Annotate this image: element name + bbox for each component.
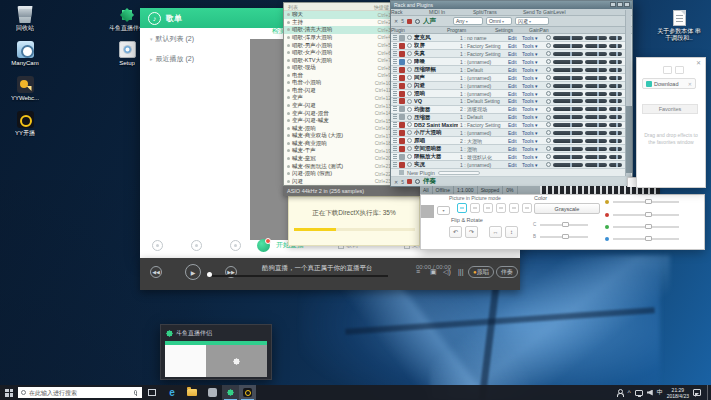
pan-slider[interactable] — [585, 107, 607, 111]
drag-handle[interactable] — [393, 43, 397, 49]
show-desktop-button[interactable] — [707, 385, 708, 400]
gain-slider[interactable] — [553, 68, 583, 72]
pan-slider[interactable] — [585, 131, 607, 135]
mic-tool-icon[interactable] — [191, 240, 202, 251]
plugin-program[interactable]: 1 : (unnamed) — [460, 130, 506, 136]
edit-button[interactable]: Edit — [508, 75, 520, 81]
input-language-indicator[interactable]: 中 — [657, 388, 663, 397]
layout-full-button[interactable] — [457, 203, 467, 213]
bypass-knob[interactable] — [546, 115, 551, 120]
slider-knob[interactable] — [645, 199, 652, 204]
drag-handle[interactable] — [393, 98, 397, 104]
yy-taskbar-button[interactable] — [239, 385, 256, 400]
microphone-icon[interactable] — [134, 390, 137, 395]
bypass-knob[interactable] — [546, 162, 551, 167]
drag-handle[interactable] — [393, 146, 397, 152]
plugin-row[interactable]: 空间混响器 1 : 混响 Edit Tools ▾ — [391, 145, 625, 153]
preset-row[interactable]: 喊麦-混响 Ctrl+16 — [284, 124, 394, 132]
preset-row[interactable]: 变声 Ctrl+12 — [284, 94, 394, 102]
rack-scrollbar[interactable] — [625, 10, 631, 176]
plugin-program[interactable]: 1 : Factory Setting — [460, 43, 506, 49]
preset-row[interactable]: 聊天 Ctrl+1 — [284, 11, 394, 19]
plugin-program[interactable]: 1 : 最强默认化 — [460, 154, 506, 160]
drag-handle[interactable] — [393, 83, 397, 89]
slider-knob[interactable] — [562, 234, 569, 239]
gear-icon[interactable] — [407, 130, 412, 135]
network-display-icon[interactable] — [635, 390, 643, 396]
level-slider[interactable] — [609, 115, 622, 119]
edit-button[interactable]: Edit — [508, 51, 520, 57]
record-icon[interactable] — [407, 19, 412, 24]
drag-handle[interactable] — [393, 51, 397, 57]
tools-button[interactable]: Tools ▾ — [522, 98, 544, 104]
gain-slider[interactable] — [553, 147, 583, 151]
taskbar-clock[interactable]: 21:29 2018/4/23 — [667, 387, 689, 399]
hue-slider[interactable] — [605, 200, 679, 204]
plugin-row[interactable]: 麦克风 1 : no name Edit Tools ▾ — [391, 34, 625, 42]
gear-icon[interactable] — [407, 154, 412, 159]
preset-row[interactable]: 喊麦-商业双场 (大混) Ctrl+17 — [284, 132, 394, 140]
gear-icon[interactable] — [407, 138, 412, 143]
layout-split-button[interactable] — [496, 203, 506, 213]
tab-close-icon[interactable]: ✕ — [688, 81, 692, 87]
plugin-row[interactable]: 均衡器 2 : 温暖现场 Edit Tools ▾ — [391, 106, 625, 114]
gain-slider[interactable] — [553, 52, 583, 56]
preset-row[interactable]: 唱歌-现场 Ctrl+8 — [284, 64, 394, 72]
red-slider[interactable] — [605, 213, 679, 217]
level-slider[interactable] — [609, 44, 622, 48]
pan-slider[interactable] — [585, 44, 607, 48]
gain-slider[interactable] — [553, 60, 583, 64]
gear-icon[interactable] — [407, 162, 412, 167]
explorer-taskbar-button[interactable] — [182, 385, 202, 400]
rotate-right-button[interactable]: ↷ — [465, 226, 478, 238]
plugin-row[interactable]: 失真 1 : Factory Setting Edit Tools ▾ — [391, 50, 625, 58]
mv-icon[interactable]: ▣ — [430, 268, 437, 275]
bypass-knob[interactable] — [546, 146, 551, 151]
plugin-program[interactable]: 1 : (unnamed) — [460, 75, 506, 81]
preset-row[interactable]: 变声-闪避-混音 Ctrl+14 — [284, 109, 394, 117]
gain-slider[interactable] — [553, 36, 583, 40]
edit-button[interactable]: Edit — [508, 114, 520, 120]
thumbnail-image[interactable] — [165, 341, 267, 377]
new-plugin-row[interactable]: New Plugin — [391, 169, 632, 177]
tools-button[interactable]: Tools ▾ — [522, 106, 544, 112]
gear-icon[interactable] — [407, 35, 412, 40]
rack-titlebar[interactable]: Rack and Plugins — [391, 1, 632, 9]
close-icon[interactable]: ✕ — [696, 59, 701, 66]
gain-slider[interactable] — [553, 123, 583, 127]
green-slider[interactable] — [605, 225, 679, 229]
midi-in-dropdown[interactable]: Any — [453, 17, 483, 25]
speaker-icon[interactable] — [647, 390, 653, 396]
playlist-icon[interactable]: ≡ — [416, 268, 420, 275]
drag-handle[interactable] — [393, 35, 397, 41]
level-slider[interactable] — [609, 147, 622, 151]
bypass-knob[interactable] — [546, 51, 551, 56]
plugin-row[interactable]: 闪避 1 : (unnamed) Edit Tools ▾ — [391, 82, 625, 90]
bypass-knob[interactable] — [546, 107, 551, 112]
plugin-program[interactable]: 1 : Default — [460, 67, 506, 73]
panel-button[interactable] — [663, 66, 672, 74]
close-button[interactable] — [624, 2, 630, 7]
bypass-knob[interactable] — [546, 59, 551, 64]
level-slider[interactable] — [609, 163, 622, 167]
flip-horizontal-button[interactable]: ↔ — [489, 226, 502, 238]
pan-slider[interactable] — [585, 68, 607, 72]
edit-button[interactable]: Edit — [508, 91, 520, 97]
preset-row[interactable]: 唱歌-浑厚大混响 Ctrl+4 — [284, 34, 394, 42]
plugin-program[interactable]: 1 : 混响 — [460, 146, 506, 152]
level-slider[interactable] — [609, 155, 622, 159]
gain-slider[interactable] — [553, 92, 583, 96]
preset-row[interactable]: 喊麦-假面玩法 (测试) Ctrl+21 — [284, 162, 394, 170]
layout-columns-button[interactable] — [522, 203, 532, 213]
preset-row[interactable]: 喊麦-干声 Ctrl+19 — [284, 147, 394, 155]
tools-button[interactable]: Tools ▾ — [522, 130, 544, 136]
gear-icon[interactable] — [407, 51, 412, 56]
tools-button[interactable]: Tools ▾ — [522, 83, 544, 89]
preset-row[interactable]: 主持 Ctrl+2 — [284, 19, 394, 27]
level-slider[interactable] — [609, 123, 622, 127]
preset-row[interactable]: 电音-小混响 Ctrl+10 — [284, 79, 394, 87]
drag-handle[interactable] — [393, 106, 397, 112]
plugin-row[interactable]: DB2 Saint Maximizer 1 : Factory Setting … — [391, 122, 625, 130]
drag-handle[interactable] — [393, 130, 397, 136]
grayscale-button[interactable]: Grayscale — [534, 203, 600, 214]
